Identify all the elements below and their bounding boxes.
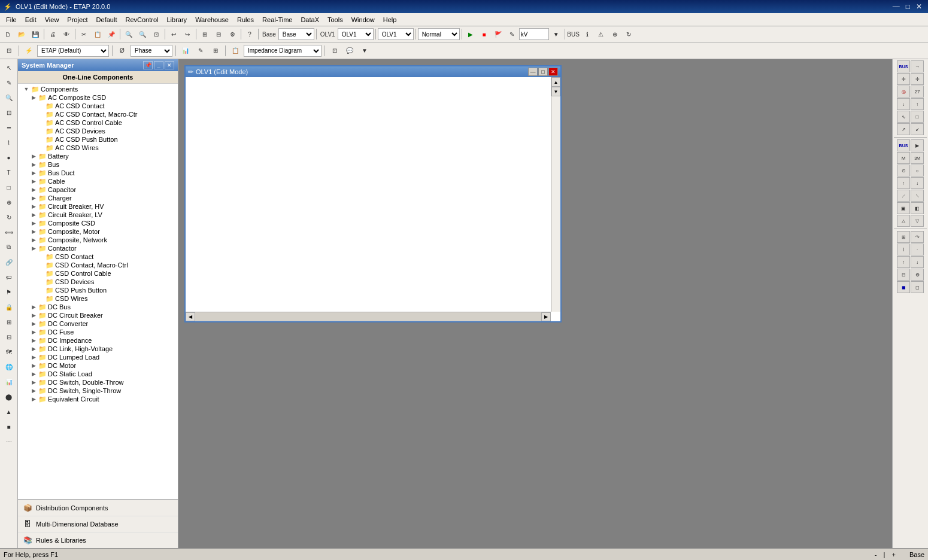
close-button[interactable]: ✕: [914, 1, 924, 12]
tree-item-ac-csd-contact-macro[interactable]: 📁 AC CSD Contact, Macro-Ctr: [18, 110, 178, 118]
r-sqwh-icon[interactable]: ◻: [911, 281, 924, 293]
mode-dropdown[interactable]: Normal: [418, 28, 460, 40]
scroll-left-btn[interactable]: ◀: [186, 312, 195, 321]
tree-item-cb-lv[interactable]: ▶ 📁 Circuit Breaker, LV: [18, 211, 178, 219]
tree-item-dc-switch-single[interactable]: ▶ 📁 DC Switch, Single-Throw: [18, 386, 178, 395]
tree-item-bus-duct[interactable]: ▶ 📁 Bus Duct: [18, 169, 178, 177]
tree-item-dc-converter[interactable]: ▶ 📁 DC Converter: [18, 319, 178, 328]
new-btn[interactable]: 🗋: [1, 28, 14, 41]
r-arr7-icon[interactable]: ↷: [911, 231, 924, 243]
zoom-fit-btn[interactable]: ⊡: [150, 28, 163, 41]
tree-item-dc-motor[interactable]: ▶ 📁 DC Motor: [18, 361, 178, 370]
doc-scrollbar-h[interactable]: ◀ ▶: [186, 312, 551, 321]
tree-item-csd-control-cable[interactable]: 📁 CSD Control Cable: [18, 269, 178, 278]
menu-window[interactable]: Window: [348, 15, 378, 25]
r-cross2-icon[interactable]: ✛: [911, 73, 924, 85]
tree-item-equivalent-circuit[interactable]: ▶ 📁 Equivalent Circuit: [18, 395, 178, 403]
tree-item-composite-network[interactable]: ▶ 📁 Composite, Network: [18, 236, 178, 244]
wire-icon[interactable]: ⌇: [2, 135, 16, 150]
tree-item-csd-push-button[interactable]: 📁 CSD Push Button: [18, 286, 178, 294]
lock-icon[interactable]: 🔒: [2, 300, 16, 314]
run-btn[interactable]: ▶: [464, 28, 477, 41]
chart-icon[interactable]: 📊: [2, 375, 16, 389]
tree-item-dc-bus[interactable]: ▶ 📁 DC Bus: [18, 303, 178, 311]
r-up2-icon[interactable]: ↑: [897, 177, 910, 189]
r-circ2-icon[interactable]: ○: [911, 165, 924, 176]
snap-btn[interactable]: ⊟: [212, 28, 225, 41]
expand-l-icon[interactable]: ⊟: [2, 330, 16, 344]
flag-btn[interactable]: 🚩: [492, 28, 505, 41]
tree-item-contactor[interactable]: ▶ 📁 Contactor: [18, 244, 178, 252]
sm-minimize-btn[interactable]: _: [154, 61, 163, 69]
menu-project[interactable]: Project: [63, 15, 91, 25]
r-tri1-icon[interactable]: △: [897, 215, 910, 227]
tree-item-composite-csd[interactable]: ▶ 📁 Composite CSD: [18, 219, 178, 227]
phase-dropdown[interactable]: Phase: [131, 45, 172, 57]
layer-icon[interactable]: ⧉: [2, 240, 16, 254]
menu-datax[interactable]: DataX: [297, 15, 323, 25]
kv-down-btn[interactable]: ▼: [550, 28, 563, 41]
r-arrow5-icon[interactable]: ↗: [897, 123, 910, 135]
move-icon[interactable]: ⊕: [2, 195, 16, 209]
tree-item-csd-contact[interactable]: 📁 CSD Contact: [18, 252, 178, 261]
preview-btn[interactable]: 👁: [60, 28, 73, 41]
tb2-btn5[interactable]: ⊡: [328, 44, 341, 57]
r-dot2-icon[interactable]: ·: [911, 244, 924, 255]
warn-btn[interactable]: ⚠: [595, 28, 608, 41]
r-arrow6-icon[interactable]: ↙: [911, 123, 924, 135]
minimize-button[interactable]: —: [890, 1, 902, 12]
bus-btn[interactable]: BUS: [567, 28, 580, 41]
tb2-btn6[interactable]: 💬: [343, 44, 356, 57]
r-arr8-icon[interactable]: ↑: [897, 256, 910, 268]
select-icon[interactable]: ⊡: [2, 105, 16, 120]
r-line-icon[interactable]: ⌇: [897, 244, 910, 255]
menu-library[interactable]: Library: [163, 15, 191, 25]
node-icon[interactable]: ●: [2, 150, 16, 165]
tree-item-capacitor[interactable]: ▶ 📁 Capacitor: [18, 185, 178, 194]
doc-close-btn[interactable]: ✕: [548, 68, 558, 76]
r-sq3-icon[interactable]: ▣: [897, 202, 910, 214]
menu-revcontrol[interactable]: RevControl: [122, 15, 162, 25]
open-btn[interactable]: 📂: [15, 28, 28, 41]
conn-btn[interactable]: ⊕: [608, 28, 621, 41]
menu-rules[interactable]: Rules: [233, 15, 257, 25]
save-btn[interactable]: 💾: [29, 28, 42, 41]
flip-icon[interactable]: ⟺: [2, 225, 16, 239]
cut-btn[interactable]: ✂: [77, 28, 90, 41]
undo-btn[interactable]: ↩: [167, 28, 180, 41]
r-sqbl-icon[interactable]: ◼: [897, 281, 910, 293]
tree-item-charger[interactable]: ▶ 📁 Charger: [18, 194, 178, 202]
tree-item-csd-contact-macro[interactable]: 📁 CSD Contact, Macro-Ctrl: [18, 261, 178, 269]
sm-close-btn[interactable]: ✕: [165, 61, 174, 69]
tree-item-ac-csd-control-cable[interactable]: 📁 AC CSD Control Cable: [18, 118, 178, 127]
tree-item-dc-static-load[interactable]: ▶ 📁 DC Static Load: [18, 370, 178, 378]
r-arrow4-icon[interactable]: ↑: [911, 98, 924, 110]
scroll-right-btn[interactable]: ▶: [541, 312, 551, 321]
tb2-btn2[interactable]: 📊: [179, 44, 192, 57]
edit-btn[interactable]: ✎: [505, 28, 518, 41]
r-bus2-icon[interactable]: BUS: [897, 139, 910, 151]
draw-icon[interactable]: ✎: [2, 75, 16, 90]
zoom-in-btn[interactable]: 🔍: [122, 28, 135, 41]
phase-icon[interactable]: Ø: [116, 44, 129, 57]
tree-item-bus[interactable]: ▶ 📁 Bus: [18, 160, 178, 169]
info-btn[interactable]: ℹ: [581, 28, 594, 41]
nav-tab-distribution[interactable]: 📦 Distribution Components: [18, 500, 178, 516]
scroll-down-btn[interactable]: ▼: [551, 87, 560, 96]
paste-btn[interactable]: 📌: [105, 28, 118, 41]
r-diag2-icon[interactable]: ⟍: [911, 190, 924, 202]
r-arr9-icon[interactable]: ↓: [911, 256, 924, 268]
doc-scrollbar-v[interactable]: ▲ ▼: [551, 77, 560, 312]
r-m-icon[interactable]: M: [897, 152, 910, 164]
tree-item-ac-csd-push-button[interactable]: 📁 AC CSD Push Button: [18, 135, 178, 144]
zoom-icon[interactable]: 🔍: [2, 90, 16, 105]
tb2-btn1[interactable]: ⊡: [2, 44, 16, 57]
doc-min-btn[interactable]: —: [528, 68, 538, 76]
pointer-icon[interactable]: ↖: [2, 60, 16, 75]
help-btn[interactable]: ?: [243, 28, 256, 41]
tree-item-components[interactable]: ▼ 📁 Components: [18, 85, 178, 93]
prop-btn[interactable]: ⚙: [226, 28, 239, 41]
r-num27-icon[interactable]: 27: [911, 86, 924, 98]
tb2-btn3[interactable]: ✎: [194, 44, 207, 57]
tree-item-dc-link-hv[interactable]: ▶ 📁 DC Link, High-Voltage: [18, 345, 178, 353]
